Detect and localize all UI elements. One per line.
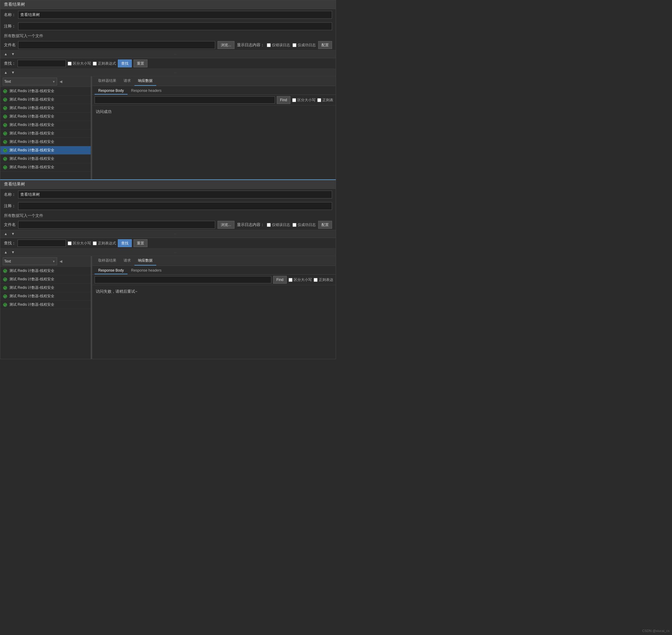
filename-input[interactable] — [18, 41, 215, 49]
name-input[interactable] — [18, 11, 332, 19]
list-item[interactable]: 测试 Redis 计数器-线程安全 — [0, 87, 91, 95]
collapse-btn-2[interactable]: ▲ — [3, 249, 9, 255]
list-item[interactable]: 测试 Redis 计数器-线程安全 — [0, 146, 91, 155]
find-case-checkbox[interactable] — [292, 98, 296, 102]
collapse-btn[interactable]: ▲ — [3, 231, 9, 237]
list-item[interactable]: 测试 Redis 计数器-线程安全 — [0, 292, 91, 301]
list-item[interactable]: 测试 Redis 计数器-线程安全 — [0, 95, 91, 104]
find-button[interactable]: Find — [273, 276, 287, 284]
expand-btn-2[interactable]: ▼ — [10, 70, 16, 75]
regex-label[interactable]: 正则表达式 — [93, 61, 116, 66]
tab-1[interactable]: 请求 — [120, 256, 134, 265]
case-sensitive-label[interactable]: 区分大小写 — [68, 61, 91, 66]
find-input[interactable] — [94, 96, 275, 104]
list-item[interactable]: 测试 Redis 计数器-线程安全 — [0, 155, 91, 163]
select-row: Text RegExp Tester CSS/JQuery Tester JSO… — [0, 76, 91, 87]
success-icon — [3, 277, 7, 282]
case-sensitive-label[interactable]: 区分大小写 — [68, 241, 91, 246]
regex-checkbox[interactable] — [93, 62, 97, 66]
expand-btn-2[interactable]: ▼ — [10, 249, 16, 255]
error-log-checkbox-label[interactable]: 仅错误日志 — [267, 43, 290, 48]
expand-btn[interactable]: ▼ — [10, 51, 16, 57]
comment-input[interactable] — [18, 22, 332, 30]
list-item[interactable]: 测试 Redis 计数器-线程安全 — [0, 301, 91, 309]
list-item[interactable]: 测试 Redis 计数器-线程安全 — [0, 121, 91, 129]
filename-input[interactable] — [18, 221, 215, 229]
collapse-btn-2[interactable]: ▲ — [3, 70, 9, 75]
reset-button[interactable]: 重置 — [134, 239, 148, 247]
tab-0[interactable]: 取样器结果 — [94, 256, 120, 265]
success-icon — [3, 131, 7, 136]
list-item[interactable]: 测试 Redis 计数器-线程安全 — [0, 284, 91, 292]
tab-2[interactable]: 响应数据 — [134, 76, 156, 86]
response-tab-0[interactable]: Response Body — [94, 87, 128, 94]
type-select[interactable]: Text RegExp Tester CSS/JQuery Tester JSO… — [3, 257, 57, 265]
success-log-checkbox-label[interactable]: 仅成功日志 — [292, 222, 316, 227]
section-label: 所有数据写入一个文件 — [0, 212, 336, 220]
browse-button[interactable]: 浏览... — [218, 221, 235, 229]
find-button[interactable]: Find — [277, 96, 290, 104]
list-item[interactable]: 测试 Redis 计数器-线程安全 — [0, 129, 91, 138]
search-button[interactable]: 查找 — [118, 60, 132, 67]
find-regex-label[interactable]: 正则表达 — [313, 277, 333, 282]
list-item[interactable]: 测试 Redis 计数器-线程安全 — [0, 104, 91, 112]
find-case-checkbox[interactable] — [288, 278, 292, 282]
find-row: Find 区分大小写 正则表 — [92, 95, 336, 105]
list-item[interactable]: 测试 Redis 计数器-线程安全 — [0, 138, 91, 146]
search-input[interactable] — [18, 240, 66, 247]
error-log-checkbox[interactable] — [267, 43, 271, 47]
list-item[interactable]: 测试 Redis 计数器-线程安全 — [0, 163, 91, 172]
find-input[interactable] — [94, 276, 271, 283]
regex-label[interactable]: 正则表达式 — [93, 241, 116, 246]
filename-label: 文件名 — [4, 42, 16, 48]
expand-btn[interactable]: ▼ — [10, 231, 16, 237]
find-regex-checkbox[interactable] — [317, 98, 321, 102]
content-area: Text RegExp Tester CSS/JQuery Tester JSO… — [0, 256, 336, 359]
response-tabs: Response Body Response headers — [92, 266, 336, 275]
reset-button[interactable]: 重置 — [134, 60, 148, 67]
find-case-label[interactable]: 区分大小写 — [288, 277, 312, 282]
comment-row: 注释： — [0, 200, 336, 212]
success-log-checkbox[interactable] — [292, 223, 297, 227]
list-item[interactable]: 测试 Redis 计数器-线程安全 — [0, 112, 91, 121]
error-log-checkbox[interactable] — [267, 223, 271, 227]
search-label: 查找： — [4, 61, 16, 66]
response-tab-0[interactable]: Response Body — [94, 267, 128, 274]
find-case-label[interactable]: 区分大小写 — [292, 97, 316, 103]
configure-button[interactable]: 配置 — [318, 41, 332, 49]
comment-input[interactable] — [18, 202, 332, 210]
collapse-btn[interactable]: ▲ — [3, 51, 9, 57]
item-text: 测试 Redis 计数器-线程安全 — [9, 156, 55, 161]
find-case-text: 区分大小写 — [294, 277, 312, 282]
left-arrow-icon[interactable]: ◀ — [60, 80, 62, 84]
response-tab-1[interactable]: Response headers — [128, 87, 165, 94]
success-log-checkbox[interactable] — [292, 43, 297, 47]
list-items: 测试 Redis 计数器-线程安全 测试 Redis 计数器-线程安全 — [0, 87, 91, 179]
response-tab-1[interactable]: Response headers — [128, 267, 165, 274]
response-tabs: Response Body Response headers — [92, 86, 336, 95]
find-regex-checkbox[interactable] — [313, 278, 318, 282]
search-bar: 查找： 区分大小写 正则表达式 查找 重置 — [0, 238, 336, 248]
case-sensitive-checkbox[interactable] — [68, 241, 72, 245]
case-sensitive-checkbox[interactable] — [68, 62, 72, 66]
name-input[interactable] — [18, 191, 332, 198]
regex-checkbox[interactable] — [93, 241, 97, 245]
search-input[interactable] — [18, 60, 66, 67]
list-item[interactable]: 测试 Redis 计数器-线程安全 — [0, 275, 91, 284]
success-log-checkbox-label[interactable]: 仅成功日志 — [292, 43, 316, 48]
success-icon — [3, 285, 7, 290]
left-panel: Text RegExp Tester CSS/JQuery Tester JSO… — [0, 256, 91, 359]
tab-1[interactable]: 请求 — [120, 76, 134, 86]
regex-text: 正则表达式 — [98, 241, 116, 246]
list-item[interactable]: 测试 Redis 计数器-线程安全 — [0, 267, 91, 275]
error-log-checkbox-label[interactable]: 仅错误日志 — [267, 222, 290, 227]
find-regex-label[interactable]: 正则表 — [317, 97, 333, 103]
tab-0[interactable]: 取样器结果 — [94, 76, 120, 86]
browse-button[interactable]: 浏览... — [218, 41, 235, 49]
search-button[interactable]: 查找 — [118, 239, 132, 247]
tab-2[interactable]: 响应数据 — [134, 256, 156, 265]
type-select[interactable]: Text RegExp Tester CSS/JQuery Tester JSO… — [3, 78, 57, 86]
left-arrow-icon[interactable]: ◀ — [60, 259, 62, 263]
type-select-wrapper: Text RegExp Tester CSS/JQuery Tester JSO… — [3, 78, 57, 86]
configure-button[interactable]: 配置 — [318, 221, 332, 229]
